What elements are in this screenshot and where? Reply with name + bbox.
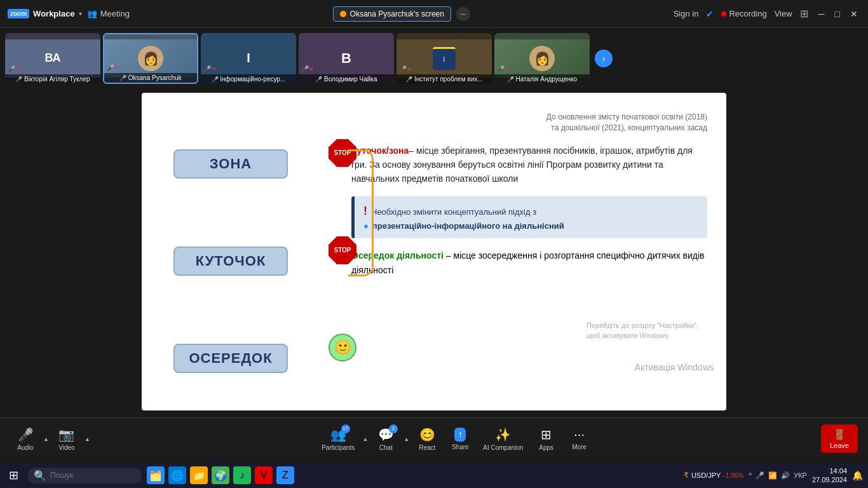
- taskbar-app-chrome[interactable]: 🌍: [212, 466, 229, 484]
- participant-name-natalia: 🎤 Наталія Андрущенко: [494, 74, 590, 84]
- leave-label: Leave: [830, 442, 849, 449]
- participant-card-info[interactable]: I 🎤✕ 🎤 Інформаційно-ресур...: [201, 33, 296, 84]
- slide-note: До оновлення змісту початкової освіти (2…: [351, 112, 707, 133]
- meeting-label: Meeting: [100, 9, 130, 18]
- screen-share-tab[interactable]: Oksana Pysarchuk's screen: [333, 6, 451, 22]
- video-icon: 📷: [58, 427, 74, 442]
- mute-icon-inst: 🎤✕: [399, 65, 412, 72]
- taskbar-app-edge[interactable]: 🌐: [168, 466, 186, 484]
- apps-label: Apps: [539, 444, 553, 451]
- participants-button[interactable]: 👥 17 Participants: [316, 424, 360, 454]
- green-definition: Осередок діяльності – місце зосередження…: [351, 248, 707, 277]
- titlebar-center: Oksana Pysarchuk's screen ···: [333, 6, 470, 22]
- participants-scroll-right[interactable]: ›: [595, 50, 613, 67]
- video-button[interactable]: 📷 Video: [51, 424, 82, 454]
- slide-inner: ЗОНА STOP КУТОЧОК: [142, 93, 726, 410]
- mute-icon-volodymyr: 🎤✕: [301, 65, 314, 72]
- participant-card-volodymyr[interactable]: В 🎤✕ 🎤 Володимир Чайка: [299, 33, 394, 84]
- screen-dot-icon: [340, 11, 346, 17]
- taskbar-app-spotify[interactable]: ♪: [233, 466, 251, 484]
- chat-icon: 💬 3: [378, 427, 394, 442]
- more-icon: ···: [574, 427, 585, 442]
- close-button[interactable]: ✕: [848, 9, 860, 19]
- taskbar-app-files[interactable]: 📁: [190, 466, 208, 484]
- view-button[interactable]: View: [775, 9, 792, 18]
- more-button[interactable]: ··· More: [564, 424, 595, 453]
- highlight-box: !Необхідно змінити концептуальний підхід…: [351, 196, 707, 239]
- companion-icon: ✨: [495, 427, 511, 442]
- taskbar-search[interactable]: 🔍: [27, 468, 142, 484]
- oseredok-box: ОСЕРЕДОК: [173, 344, 288, 373]
- participant-name-oksana: 🎤 Oksana Pysarchuk: [104, 73, 197, 83]
- apps-button[interactable]: ⊞ Apps: [531, 424, 562, 454]
- react-button[interactable]: 😊 React: [412, 424, 442, 454]
- react-icon: 😊: [419, 427, 435, 442]
- participant-card-natalia[interactable]: 👩 🎤✕ 🎤 Наталія Андрущенко: [494, 33, 590, 84]
- start-button[interactable]: ⊞: [5, 468, 22, 482]
- mute-icon-natalia: 🎤✕: [497, 65, 510, 72]
- clock-time: 14:04: [812, 466, 847, 475]
- watermark: Активація Windows: [635, 362, 714, 372]
- participants-bar: ВА 🎤✕ 🎤 Вікторія Агіляр Туклер 👩 🎤✕ 🎤 Ok…: [0, 28, 868, 88]
- video-chevron-icon[interactable]: ▲: [85, 436, 90, 442]
- search-input[interactable]: [50, 471, 133, 480]
- zone-box: ЗОНА: [173, 149, 288, 179]
- maximize-button[interactable]: □: [832, 9, 843, 19]
- volume-icon: 🔊: [781, 471, 790, 480]
- titlebar-right: Sign in ✔ Recording View ⊞ ─ □ ✕: [674, 8, 860, 20]
- taskbar-app-explorer[interactable]: 🗂️: [147, 466, 165, 484]
- share-icon: ↑: [454, 428, 466, 442]
- share-button[interactable]: ↑ Share: [445, 425, 475, 453]
- screen-share-label: Oksana Pysarchuk's screen: [350, 10, 444, 18]
- mute-icon-victoria: 🎤✕: [8, 65, 20, 72]
- audio-label: Audio: [17, 444, 34, 451]
- minimize-button[interactable]: ─: [816, 9, 827, 19]
- participant-card-victoria[interactable]: ВА 🎤✕ 🎤 Вікторія Агіляр Туклер: [5, 33, 100, 84]
- sign-in-button[interactable]: Sign in: [674, 9, 699, 18]
- participant-card-inst[interactable]: І 🎤✕ 🎤 Інститут проблем вих...: [397, 33, 492, 84]
- highlight-text-1: Необхідно змінити концептуальний підхід …: [371, 207, 536, 217]
- green-dash: –: [446, 250, 451, 261]
- participant-name-victoria: 🎤 Вікторія Агіляр Туклер: [5, 74, 100, 84]
- chat-button[interactable]: 💬 3 Chat: [370, 424, 401, 454]
- audio-chevron-icon[interactable]: ▲: [43, 436, 49, 442]
- taskbar: ⊞ 🔍 🗂️ 🌐 📁 🌍 ♪ V Z ₹ USD/JPY -1.06% ^ 🎤 …: [0, 463, 868, 488]
- participant-card-oksana[interactable]: 👩 🎤✕ 🎤 Oksana Pysarchuk: [103, 33, 198, 84]
- mic-systray-icon: 🎤: [756, 471, 764, 480]
- stop-label-2: STOP: [334, 247, 351, 254]
- leave-icon: 🚪: [833, 428, 846, 440]
- network-icon: 📶: [768, 471, 777, 480]
- titlebar-left: zoom Workplace ▾ 👥 Meeting: [8, 9, 130, 18]
- view-icon: ⊞: [800, 8, 808, 20]
- participant-name-volodymyr: 🎤 Володимир Чайка: [299, 74, 394, 84]
- window-controls: ─ □ ✕: [816, 9, 860, 19]
- participants-label: Participants: [322, 444, 355, 451]
- recording-dot-icon: [721, 11, 726, 17]
- leave-button[interactable]: 🚪 Leave: [821, 424, 858, 453]
- chevron-icon[interactable]: ^: [749, 471, 752, 479]
- highlight-line1: !Необхідно змінити концептуальний підхід…: [363, 203, 698, 220]
- taskbar-app-zoom[interactable]: Z: [276, 466, 294, 484]
- recording-badge: Recording: [721, 9, 766, 18]
- slide-container: ЗОНА STOP КУТОЧОК: [142, 93, 726, 410]
- meeting-button[interactable]: 👥 Meeting: [87, 9, 130, 18]
- bottom-toolbar: 🎤 Audio ▲ 📷 Video ▲ 👥 17 Participants ▲ …: [0, 417, 868, 459]
- taskbar-app-vodafone[interactable]: V: [255, 466, 273, 484]
- workplace-dropdown-icon[interactable]: ▾: [79, 10, 82, 17]
- screen-more-button[interactable]: ···: [456, 7, 470, 21]
- mute-icon-oksana: 🎤✕: [107, 64, 119, 71]
- smiley-icon: 🙂: [329, 334, 356, 362]
- zoom-icon: zoom: [8, 9, 29, 18]
- audio-button[interactable]: 🎤 Audio: [10, 424, 41, 454]
- lang-label: УКР: [794, 471, 807, 479]
- participants-chevron-icon[interactable]: ▲: [362, 436, 368, 442]
- notification-icon[interactable]: 🔔: [852, 470, 863, 480]
- currency-widget: ₹ USD/JPY -1.06%: [684, 471, 743, 480]
- companion-button[interactable]: ✨ AI Companion: [478, 424, 528, 454]
- title-bar: zoom Workplace ▾ 👥 Meeting Oksana Pysarc…: [0, 0, 868, 28]
- chat-chevron-icon[interactable]: ▲: [403, 436, 409, 442]
- verified-icon: ✔: [706, 9, 714, 19]
- chat-badge: 3: [389, 424, 398, 433]
- oseredok-label: ОСЕРЕДОК: [189, 350, 272, 366]
- react-label: React: [419, 444, 435, 451]
